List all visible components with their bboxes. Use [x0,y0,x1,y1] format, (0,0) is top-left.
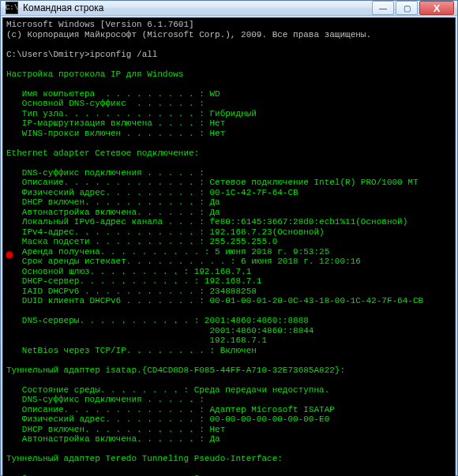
terminal-line: DHCP включен. . . . . . . . . . . : Да [6,197,452,208]
window-title: Командная строка [23,2,370,13]
terminal-line: 2001:4860:4860::8844 [6,326,452,336]
terminal-line: (c) Корпорация Майкрософт (Microsoft Cor… [6,30,452,40]
terminal-line: DUID клиента DHCPv6 . . . . . . . : 00-0… [6,296,452,306]
terminal-line [6,79,452,89]
terminal-line: Имя компьютера . . . . . . . . . : WD [6,89,452,99]
titlebar[interactable]: C:\ Командная строка — ▢ X [1,1,457,16]
terminal-line: DNS-серверы. . . . . . . . . . . : 2001:… [6,316,452,326]
highlight-marker-icon [6,251,13,259]
terminal-line: Состояние среды. . . . . . . . : Среда п… [6,385,452,395]
terminal-line: Локальный IPv6-адрес канала . . . : fe80… [6,217,452,227]
terminal-line: WINS-прокси включен . . . . . . . : Нет [6,129,452,139]
terminal-line: Аренда получена. . . . . . . . . . : 5 и… [6,247,452,257]
terminal-line: NetBios через TCP/IP. . . . . . . . : Вк… [6,346,452,356]
terminal-line [6,138,452,148]
terminal-line [6,158,452,168]
terminal-line: Физический адрес. . . . . . . . . : 00-0… [6,414,452,425]
terminal-line: DHCP включен. . . . . . . . . . . : Нет [6,425,452,435]
close-button[interactable]: X [419,1,454,15]
terminal-line [6,355,452,365]
terminal-line: Тип узла. . . . . . . . . . . . . : Гибр… [6,109,452,119]
cmd-window: C:\ Командная строка — ▢ X Microsoft Win… [0,0,458,476]
terminal-line: Маска подсети . . . . . . . . . . : 255.… [6,237,452,247]
minimize-button[interactable]: — [372,1,394,15]
terminal-line: Описание. . . . . . . . . . . . . : Адап… [6,405,452,415]
terminal-line: Основной DNS-суффикс . . . . . . : [6,99,452,109]
terminal-line: DNS-суффикс подключения . . . . . : [6,395,452,405]
terminal-line [6,39,452,50]
terminal-line: DHCP-сервер. . . . . . . . . . . : 192.1… [6,276,452,287]
terminal-line: Автонастройка включена. . . . . . : Да [6,434,452,444]
terminal-line: Ethernet adapter Сетевое подключение: [6,148,452,159]
terminal-line: Туннельный адаптер Teredo Tunneling Pseu… [6,454,452,464]
terminal-line: Автонастройка включена. . . . . . : Да [6,208,452,218]
terminal-line: Срок аренды истекает. . . . . . . . . . … [6,257,452,267]
cmd-icon: C:\ [6,2,18,14]
terminal-line [6,306,452,317]
terminal-line: Описание. . . . . . . . . . . . . : Сете… [6,178,452,188]
terminal-line: Основной шлюз. . . . . . . . . : 192.168… [6,267,452,277]
terminal-line [6,464,452,474]
terminal-line [6,375,452,385]
terminal-line: Microsoft Windows [Version 6.1.7601] [6,20,452,30]
terminal-line [6,59,452,69]
terminal-line: IAID DHCPv6 . . . . . . . . . . . : 2348… [6,287,452,297]
terminal-line: 192.168.7.1 [6,335,452,346]
terminal-line: C:\Users\Dmitry>ipconfig /all [6,50,452,60]
terminal-line: DNS-суффикс подключения . . . . . : [6,168,452,178]
maximize-button[interactable]: ▢ [396,1,418,15]
terminal-line: Физический адрес. . . . . . . . . : 00-1… [6,188,452,198]
terminal-line: IP-маршрутизация включена . . . . : Нет [6,118,452,129]
terminal-output[interactable]: Microsoft Windows [Version 6.1.7601](c) … [2,17,456,476]
terminal-line: Туннельный адаптер isatap.{CD4CD8D8-F085… [6,365,452,376]
terminal-line [6,444,452,455]
terminal-line: IPv4-адрес. . . . . . . . . . . . : 192.… [6,227,452,238]
terminal-line: Настройка протокола IP для Windows [6,69,452,80]
